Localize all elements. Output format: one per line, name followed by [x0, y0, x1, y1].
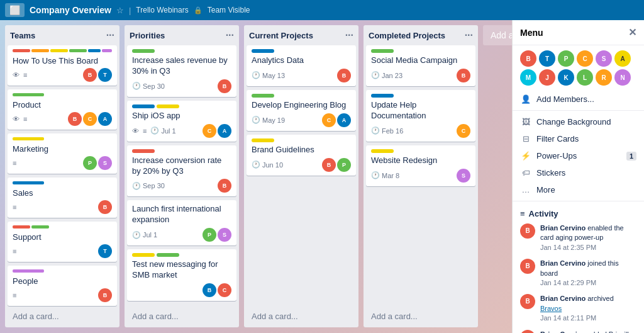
card-labels	[132, 104, 231, 108]
card-date: 🕐 Jun 10	[252, 161, 283, 169]
avatar[interactable]: S	[596, 50, 612, 67]
teams-list-body: How To Use This Board 👁 ≡ B T	[5, 45, 119, 307]
list-item[interactable]: Increase sales revenue by 30% in Q3 🕐 Se…	[127, 45, 236, 97]
card-avatars: B T	[83, 68, 112, 82]
list-item[interactable]: Brand Guidelines 🕐 Jun 10 B P	[247, 135, 356, 176]
avatar[interactable]: J	[539, 69, 555, 86]
avatar[interactable]: L	[577, 69, 593, 86]
list-item[interactable]: Update Help Documentation 🕐 Feb 16 C	[366, 90, 475, 142]
activity-item: B Brian Cervino enabled the card aging p…	[520, 223, 636, 252]
card-labels	[371, 149, 470, 153]
more-icon: …	[520, 185, 531, 195]
card-avatars: T	[98, 244, 112, 258]
lines-icon: ≡	[13, 291, 16, 299]
app-logo[interactable]: ⬜	[5, 3, 25, 17]
list-item[interactable]: People ≡ B	[8, 266, 117, 306]
board-title[interactable]: Company Overview	[30, 5, 111, 15]
clock-icon: 🕐	[132, 231, 141, 239]
activity-section: ≡ Activity B Brian Cervino enabled the c…	[513, 204, 644, 333]
card-title: Launch first international expansion	[132, 204, 231, 225]
eye-icon: 👁	[13, 71, 19, 79]
card-labels	[252, 138, 351, 142]
card-avatars: C A	[322, 113, 351, 127]
avatar: C	[457, 124, 470, 138]
avatar: B	[68, 112, 82, 126]
avatar[interactable]: K	[558, 69, 574, 86]
close-icon[interactable]: ✕	[628, 26, 636, 38]
completed-projects-list-more[interactable]: ···	[465, 30, 473, 40]
stickers-item[interactable]: 🏷 Stickers	[513, 164, 644, 181]
teams-add-card[interactable]: Add a card...	[8, 308, 117, 325]
clock-icon: 🕐	[132, 182, 141, 190]
completed-projects-add-card[interactable]: Add a card...	[366, 308, 475, 325]
avatar[interactable]: A	[614, 50, 631, 67]
clock-icon: 🕐	[371, 171, 380, 179]
team-card-title: Sales	[13, 188, 112, 198]
list-item[interactable]: Website Redesign 🕐 Mar 8 S	[366, 145, 475, 186]
current-projects-add-card[interactable]: Add a card...	[247, 308, 356, 325]
list-item[interactable]: Launch first international expansion 🕐 J…	[127, 200, 236, 246]
card-avatars: B	[218, 179, 231, 193]
list-item[interactable]: Develop Engineering Blog 🕐 May 19 C A	[247, 90, 356, 131]
priorities-add-card[interactable]: Add a card...	[127, 308, 236, 325]
card-meta: 🕐 Feb 16 C	[371, 124, 470, 138]
card-title: Brand Guidelines	[252, 145, 351, 155]
list-item[interactable]: Increase conversion rate by 20% by Q3 🕐 …	[127, 145, 236, 197]
clock-icon: 🕐	[252, 161, 260, 169]
power-ups-item[interactable]: ⚡ Power-Ups 1	[513, 147, 644, 164]
star-icon[interactable]: ☆	[116, 6, 124, 15]
avatar: A	[337, 113, 351, 127]
list-item[interactable]: Ship iOS app 👁 ≡ 🕐 Jul 1 C A	[127, 101, 236, 142]
card-date: 🕐 Sep 30	[132, 182, 165, 190]
list-item[interactable]: How To Use This Board 👁 ≡ B T	[8, 45, 117, 86]
team-icons: ≡	[13, 247, 16, 255]
add-members-label: Add Members...	[536, 94, 594, 104]
current-projects-list-more[interactable]: ···	[345, 30, 353, 40]
card-avatars: C A	[203, 124, 231, 138]
list-item[interactable]: Social Media Campaign 🕐 Jan 23 B	[366, 45, 475, 86]
current-projects-list: Current Projects ··· Analytics Data 🕐 Ma…	[244, 25, 358, 327]
activity-avatar: B	[520, 223, 535, 239]
avatar: P	[203, 228, 216, 242]
avatar: B	[322, 158, 336, 172]
activity-icon: ≡	[520, 209, 525, 218]
avatar[interactable]: R	[596, 69, 612, 86]
avatar[interactable]: B	[520, 50, 536, 67]
change-background-item[interactable]: 🖼 Change Background	[513, 113, 644, 130]
list-item[interactable]: Analytics Data 🕐 May 13 B	[247, 45, 356, 86]
avatar: B	[218, 79, 231, 93]
avatar[interactable]: C	[577, 50, 593, 67]
lines-icon: ≡	[23, 115, 27, 123]
right-panel: Menu ✕ B T P C S A M J K L R N 👤 Add Mem…	[512, 20, 644, 333]
completed-projects-list-header: Completed Projects ···	[364, 25, 478, 45]
list-item[interactable]: Test new messaging for SMB market B C	[127, 249, 236, 301]
filter-cards-item[interactable]: ⊟ Filter Cards	[513, 130, 644, 147]
card-date: 🕐 Jul 1	[132, 231, 157, 239]
avatar: C	[322, 113, 336, 127]
filter-icon: ⊟	[520, 134, 531, 144]
priorities-list-more[interactable]: ···	[226, 30, 234, 40]
team-icons: ≡	[13, 203, 16, 211]
trello-link[interactable]: Trello Webinars	[136, 6, 188, 14]
avatar[interactable]: T	[539, 50, 555, 67]
avatar[interactable]: M	[520, 69, 536, 86]
avatar[interactable]: P	[558, 50, 574, 67]
activity-link[interactable]: Bravos	[540, 305, 562, 312]
sticker-icon: 🏷	[520, 168, 531, 178]
eye-icon: 👁	[132, 127, 139, 135]
more-item[interactable]: … More	[513, 181, 644, 198]
list-item[interactable]: Marketing ≡ P S	[8, 133, 117, 174]
list-item[interactable]: Product 👁 ≡ B C A	[8, 89, 117, 130]
clock-icon: 🕐	[132, 82, 141, 90]
list-item[interactable]: Support ≡ T	[8, 222, 117, 262]
avatar: B	[83, 68, 97, 82]
priorities-list-title: Priorities	[130, 31, 165, 40]
add-members-item[interactable]: 👤 Add Members...	[513, 91, 644, 108]
add-list-button[interactable]: Add a list...	[483, 25, 512, 45]
avatar[interactable]: N	[614, 69, 631, 86]
list-item[interactable]: Sales ≡ B	[8, 178, 117, 218]
card-date: 🕐 Feb 16	[371, 127, 403, 135]
visibility-label[interactable]: Team Visible	[208, 6, 250, 14]
more-label: More	[536, 185, 555, 195]
teams-list-more[interactable]: ···	[106, 30, 114, 40]
